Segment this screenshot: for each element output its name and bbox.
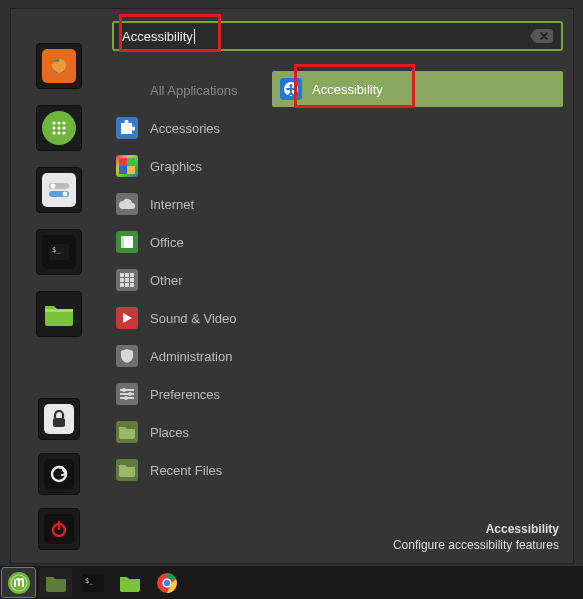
fav-apps[interactable] bbox=[36, 105, 82, 151]
folder-icon bbox=[119, 574, 141, 592]
svg-point-7 bbox=[52, 131, 55, 134]
svg-marker-36 bbox=[123, 313, 132, 323]
sliders-icon bbox=[116, 383, 138, 405]
category-label: Preferences bbox=[150, 387, 220, 402]
svg-rect-26 bbox=[121, 236, 124, 248]
category-label: Recent Files bbox=[150, 463, 222, 478]
search-value: Accessibility bbox=[122, 29, 193, 44]
category-label: Places bbox=[150, 425, 189, 440]
svg-rect-23 bbox=[119, 166, 127, 174]
svg-point-4 bbox=[52, 126, 55, 129]
svg-point-13 bbox=[62, 192, 67, 197]
category-prefs[interactable]: Preferences bbox=[112, 375, 272, 413]
accessibility-icon bbox=[280, 78, 302, 100]
category-recent[interactable]: Recent Files bbox=[112, 451, 272, 489]
application-menu: $_ Accessibility bbox=[10, 8, 574, 564]
terminal-icon: $_ bbox=[82, 574, 104, 592]
result-label: Accessibility bbox=[312, 82, 383, 97]
svg-text:$_: $_ bbox=[52, 246, 61, 254]
svg-point-11 bbox=[50, 184, 55, 189]
results-list: Accessibility bbox=[272, 71, 563, 489]
fav-logout[interactable] bbox=[38, 453, 80, 495]
category-label: All Applications bbox=[150, 83, 237, 98]
svg-point-9 bbox=[62, 131, 65, 134]
svg-point-6 bbox=[62, 126, 65, 129]
logout-icon bbox=[49, 464, 69, 484]
search-input[interactable]: Accessibility bbox=[112, 21, 563, 51]
svg-rect-17 bbox=[53, 418, 65, 427]
toggles-icon bbox=[48, 182, 70, 198]
footer-title: Accessibility bbox=[112, 521, 559, 537]
shield-icon bbox=[116, 345, 138, 367]
category-label: Office bbox=[150, 235, 184, 250]
terminal-icon: $_ bbox=[49, 244, 69, 260]
svg-rect-29 bbox=[130, 273, 134, 277]
svg-rect-21 bbox=[119, 158, 127, 166]
text-caret bbox=[194, 29, 195, 44]
category-label: Other bbox=[150, 273, 183, 288]
lock-icon bbox=[51, 410, 67, 428]
category-all[interactable]: All Applications bbox=[112, 71, 272, 109]
svg-rect-34 bbox=[125, 283, 129, 287]
menu-main: Accessibility All ApplicationsAccessorie… bbox=[106, 9, 573, 563]
category-internet[interactable]: Internet bbox=[112, 185, 272, 223]
category-graphics[interactable]: Graphics bbox=[112, 147, 272, 185]
taskbar-files2-button[interactable] bbox=[113, 568, 146, 597]
fav-shutdown[interactable] bbox=[38, 508, 80, 550]
svg-point-2 bbox=[57, 121, 60, 124]
fav-lock[interactable] bbox=[38, 398, 80, 440]
svg-text:$_: $_ bbox=[85, 577, 94, 585]
category-accessories[interactable]: Accessories bbox=[112, 109, 272, 147]
svg-point-51 bbox=[163, 579, 169, 585]
puzzle-icon bbox=[116, 117, 138, 139]
svg-point-40 bbox=[122, 388, 126, 392]
category-label: Accessories bbox=[150, 121, 220, 136]
play-icon bbox=[116, 307, 138, 329]
svg-rect-24 bbox=[127, 166, 135, 174]
svg-point-42 bbox=[124, 396, 128, 400]
book-icon bbox=[116, 231, 138, 253]
category-label: Sound & Video bbox=[150, 311, 237, 326]
svg-rect-22 bbox=[127, 158, 135, 166]
app-description: Accessibility Configure accessibility fe… bbox=[112, 521, 563, 555]
taskbar-files-button[interactable] bbox=[39, 568, 72, 597]
clear-search-button[interactable] bbox=[535, 29, 553, 43]
category-sound[interactable]: Sound & Video bbox=[112, 299, 272, 337]
dots-icon bbox=[116, 269, 138, 291]
folder-icon bbox=[44, 302, 74, 326]
backspace-x-icon bbox=[540, 32, 548, 40]
fav-firefox[interactable] bbox=[36, 43, 82, 89]
mint-icon bbox=[7, 571, 31, 595]
firefox-icon bbox=[49, 56, 69, 76]
svg-rect-30 bbox=[120, 278, 124, 282]
fav-settings[interactable] bbox=[36, 167, 82, 213]
category-admin[interactable]: Administration bbox=[112, 337, 272, 375]
favorites-column: $_ bbox=[11, 9, 106, 563]
category-office[interactable]: Office bbox=[112, 223, 272, 261]
chrome-icon bbox=[156, 572, 178, 594]
category-places[interactable]: Places bbox=[112, 413, 272, 451]
cloud-icon bbox=[116, 193, 138, 215]
fav-terminal[interactable]: $_ bbox=[36, 229, 82, 275]
category-list: All ApplicationsAccessoriesGraphicsInter… bbox=[112, 71, 272, 489]
result-accessibility[interactable]: Accessibility bbox=[272, 71, 563, 107]
svg-rect-31 bbox=[125, 278, 129, 282]
svg-rect-27 bbox=[120, 273, 124, 277]
svg-point-41 bbox=[128, 392, 132, 396]
svg-point-3 bbox=[62, 121, 65, 124]
svg-point-1 bbox=[52, 121, 55, 124]
svg-rect-35 bbox=[130, 283, 134, 287]
svg-point-8 bbox=[57, 131, 60, 134]
taskbar-chrome-button[interactable] bbox=[150, 568, 183, 597]
category-label: Internet bbox=[150, 197, 194, 212]
taskbar-menu-button[interactable] bbox=[2, 568, 35, 597]
palette-icon bbox=[116, 155, 138, 177]
taskbar-terminal-button[interactable]: $_ bbox=[76, 568, 109, 597]
fav-files[interactable] bbox=[36, 291, 82, 337]
folder-icon bbox=[116, 421, 138, 443]
svg-rect-28 bbox=[125, 273, 129, 277]
svg-rect-33 bbox=[120, 283, 124, 287]
category-other[interactable]: Other bbox=[112, 261, 272, 299]
folder-icon bbox=[45, 574, 67, 592]
svg-rect-32 bbox=[130, 278, 134, 282]
